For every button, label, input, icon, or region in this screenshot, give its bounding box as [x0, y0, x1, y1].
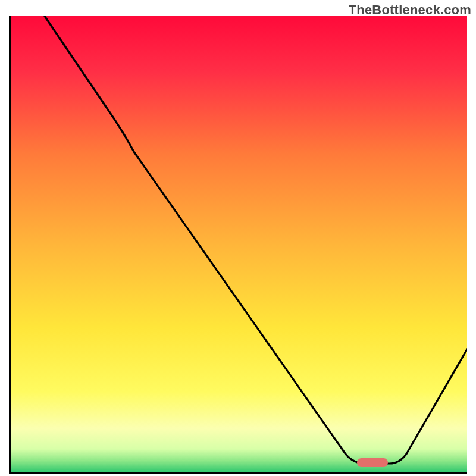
bottleneck-curve [9, 16, 467, 474]
optimum-marker [357, 458, 388, 467]
watermark-text: TheBottleneck.com [349, 2, 471, 18]
chart-container: TheBottleneck.com [0, 0, 476, 476]
plot-area [9, 16, 467, 474]
